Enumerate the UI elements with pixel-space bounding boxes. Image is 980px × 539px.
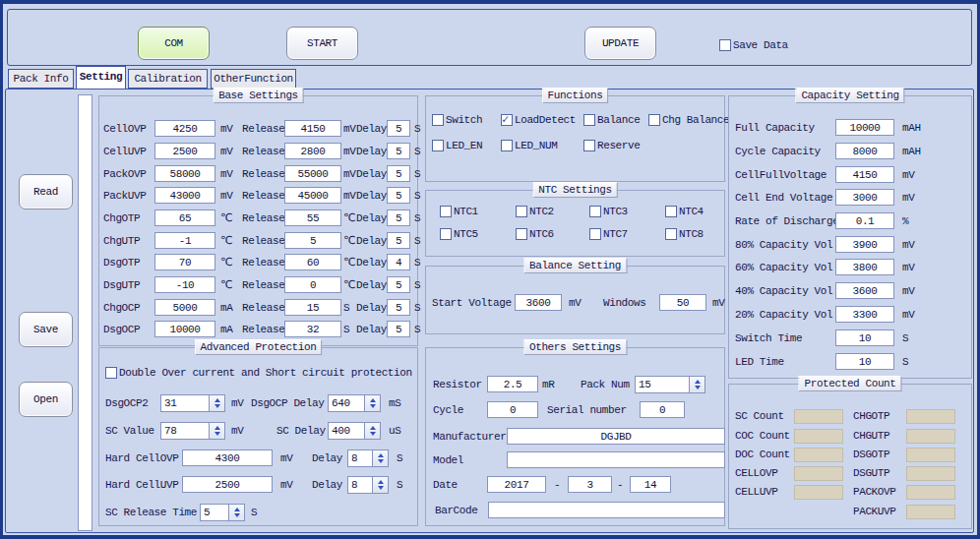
- hard-celluvp-input[interactable]: [182, 476, 273, 493]
- serial-number-input[interactable]: [640, 401, 685, 418]
- double-protection-checkbox[interactable]: [105, 367, 117, 379]
- update-button[interactable]: UPDATE: [584, 27, 656, 60]
- tab-setting[interactable]: Setting: [76, 66, 126, 89]
- ntc-checkbox-item[interactable]: NTC7: [589, 227, 628, 241]
- ntc3-checkbox[interactable]: [589, 206, 601, 217]
- date-month-input[interactable]: [568, 476, 612, 493]
- read-button[interactable]: Read: [19, 174, 73, 210]
- led-num-checkbox[interactable]: [501, 140, 513, 151]
- loaddetect-checkbox[interactable]: [501, 114, 513, 126]
- led-en-checkbox[interactable]: [432, 140, 444, 151]
- base-delay-input[interactable]: [387, 299, 410, 316]
- base-release-input[interactable]: [284, 120, 341, 137]
- cycle-input[interactable]: [487, 401, 538, 418]
- ntc2-checkbox[interactable]: [516, 206, 527, 217]
- pack-num-input[interactable]: [635, 376, 690, 393]
- ntc4-checkbox[interactable]: [665, 206, 677, 217]
- dsgocp2-input[interactable]: [160, 394, 210, 412]
- capacity-value-input[interactable]: [835, 166, 894, 183]
- base-value-input[interactable]: [154, 254, 215, 270]
- base-delay-input[interactable]: [387, 232, 410, 249]
- tab-calibration[interactable]: Calibration: [128, 69, 208, 89]
- capacity-value-input[interactable]: [835, 189, 894, 206]
- base-release-input[interactable]: [284, 232, 341, 249]
- base-release-input[interactable]: [284, 299, 341, 316]
- base-release-input[interactable]: [284, 143, 341, 159]
- sc-value-input[interactable]: [160, 422, 210, 440]
- ntc1-checkbox[interactable]: [440, 206, 452, 217]
- base-release-input[interactable]: [284, 276, 341, 293]
- ntc-checkbox-item[interactable]: NTC4: [665, 205, 704, 218]
- barcode-input[interactable]: [488, 502, 725, 518]
- capacity-value-input[interactable]: [835, 329, 894, 346]
- windows-input[interactable]: [659, 294, 706, 311]
- start-voltage-input[interactable]: [515, 294, 562, 311]
- ntc7-checkbox[interactable]: [589, 228, 601, 240]
- capacity-value-input[interactable]: [835, 212, 894, 229]
- save-button[interactable]: Save: [19, 312, 73, 347]
- base-release-input[interactable]: [284, 165, 341, 182]
- base-value-input[interactable]: [154, 120, 215, 137]
- base-release-input[interactable]: [284, 187, 341, 204]
- function-checkbox-item[interactable]: LED_NUM: [501, 139, 557, 152]
- function-checkbox-item[interactable]: LED_EN: [432, 139, 482, 152]
- sc-release-time-input[interactable]: [200, 504, 229, 521]
- resistor-input[interactable]: [487, 376, 538, 392]
- base-delay-input[interactable]: [387, 187, 410, 204]
- manufacturer-input[interactable]: [507, 428, 725, 445]
- sc-delay-input[interactable]: [328, 422, 365, 440]
- function-checkbox-item[interactable]: Reserve: [583, 139, 640, 152]
- capacity-value-input[interactable]: [835, 353, 894, 370]
- hard-cellovp-delay-input[interactable]: [347, 449, 373, 467]
- base-delay-input[interactable]: [387, 120, 410, 137]
- base-delay-input[interactable]: [387, 143, 410, 159]
- base-release-input[interactable]: [284, 254, 341, 270]
- ntc-checkbox-item[interactable]: NTC6: [516, 227, 554, 241]
- function-checkbox-item[interactable]: Chg Balance: [648, 113, 729, 127]
- base-delay-input[interactable]: [387, 254, 410, 270]
- base-value-input[interactable]: [154, 232, 215, 249]
- start-button[interactable]: START: [286, 27, 358, 60]
- capacity-value-input[interactable]: [835, 143, 894, 159]
- base-value-input[interactable]: [154, 276, 215, 293]
- base-value-input[interactable]: [154, 321, 215, 337]
- base-delay-input[interactable]: [387, 276, 410, 293]
- open-button[interactable]: Open: [19, 382, 73, 417]
- hard-cellovp-input[interactable]: [182, 449, 273, 466]
- ntc6-checkbox[interactable]: [516, 228, 527, 240]
- base-value-input[interactable]: [154, 299, 215, 316]
- spinner-buttons[interactable]: [210, 394, 225, 412]
- save-data-checkbox-item[interactable]: Save Data: [719, 38, 788, 52]
- ntc5-checkbox[interactable]: [440, 228, 452, 240]
- spinner-buttons[interactable]: [373, 449, 389, 467]
- base-value-input[interactable]: [154, 165, 215, 182]
- date-year-input[interactable]: [487, 476, 546, 493]
- dsgocp-delay-input[interactable]: [328, 394, 365, 412]
- spinner-buttons[interactable]: [365, 394, 381, 412]
- ntc-checkbox-item[interactable]: NTC3: [589, 205, 628, 218]
- spinner-buttons[interactable]: [210, 422, 225, 440]
- tab-pack-info[interactable]: Pack Info: [8, 69, 74, 89]
- base-release-input[interactable]: [284, 321, 341, 337]
- spinner-buttons[interactable]: [365, 422, 381, 440]
- base-delay-input[interactable]: [387, 210, 410, 226]
- ntc-checkbox-item[interactable]: NTC2: [516, 205, 554, 218]
- base-delay-input[interactable]: [387, 321, 410, 337]
- capacity-value-input[interactable]: [835, 236, 894, 253]
- function-checkbox-item[interactable]: Switch: [432, 113, 482, 127]
- function-checkbox-item[interactable]: Balance: [583, 113, 640, 127]
- base-value-input[interactable]: [154, 210, 215, 226]
- spinner-buttons[interactable]: [229, 504, 245, 521]
- capacity-value-input[interactable]: [835, 119, 894, 136]
- ntc-checkbox-item[interactable]: NTC5: [440, 227, 478, 241]
- ntc8-checkbox[interactable]: [665, 228, 677, 240]
- ntc-checkbox-item[interactable]: NTC8: [665, 227, 704, 241]
- switch-checkbox[interactable]: [432, 114, 444, 126]
- base-value-input[interactable]: [154, 187, 215, 204]
- spinner-buttons[interactable]: [690, 376, 705, 393]
- date-day-input[interactable]: [630, 476, 671, 493]
- double-protection-checkbox-item[interactable]: Double Over current and Short circuit pr…: [105, 366, 412, 380]
- function-checkbox-item[interactable]: LoadDetect: [501, 113, 576, 127]
- spinner-buttons[interactable]: [373, 476, 389, 494]
- capacity-value-input[interactable]: [835, 282, 894, 299]
